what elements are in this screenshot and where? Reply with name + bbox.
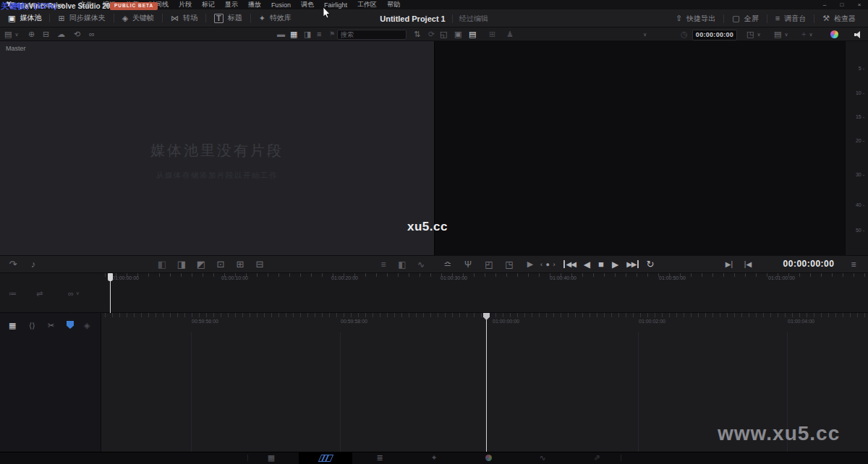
tab-media[interactable]: ▦ <box>257 452 286 464</box>
menu-color[interactable]: 调色 <box>296 0 319 9</box>
strip-view-button[interactable]: ▬ <box>277 27 285 41</box>
bin-view-dropdown[interactable]: ▤ ∨ <box>4 27 19 41</box>
camera-overlay-button[interactable]: ◰ <box>482 255 496 273</box>
menu-view[interactable]: 显示 <box>220 0 243 9</box>
panel-keyframe[interactable]: ◈ 关键帧 <box>114 9 162 27</box>
sort-button[interactable]: ⇅ <box>414 27 420 41</box>
grid-view-button[interactable]: ▦ <box>290 27 297 41</box>
viewer-options-chevron[interactable]: ∨ <box>643 27 647 41</box>
panel-titles[interactable]: T 标题 <box>206 9 250 27</box>
viewer-film-button[interactable]: ▤ <box>469 27 476 41</box>
resync-button[interactable]: ⟲ <box>74 27 80 41</box>
refresh-button[interactable]: ⟳ <box>428 27 435 41</box>
play-reverse-button[interactable]: ◀ <box>584 259 590 270</box>
skip-back-button[interactable]: ◀◀ <box>563 260 575 268</box>
insert-audio-button[interactable]: ♪ <box>26 255 41 273</box>
insert-video-icon: ↷ <box>9 259 17 270</box>
close-up-button[interactable]: ⊡ <box>213 255 228 273</box>
viewer-panel[interactable] <box>434 41 845 255</box>
meter-label: 20 <box>856 138 864 143</box>
menu-playback[interactable]: 播放 <box>243 0 266 9</box>
maximize-button[interactable]: □ <box>833 1 851 8</box>
person-reframe-button[interactable]: ♟ <box>506 27 514 41</box>
timeline-view-button[interactable]: ≡ <box>376 255 391 273</box>
color-settings-button[interactable] <box>830 27 838 41</box>
audio-monitor-button[interactable] <box>854 27 863 41</box>
tab-edit[interactable]: ≣ <box>365 452 394 464</box>
film-view-button[interactable]: ◨ <box>304 27 311 41</box>
search-input[interactable] <box>337 30 407 40</box>
microphone-icon: Ψ <box>464 259 472 270</box>
link-toggle-button[interactable]: ∞ ∨ <box>68 286 80 301</box>
relink-button[interactable]: ∞ <box>89 27 95 41</box>
monitor-overlay-button[interactable]: ◳ <box>502 255 516 273</box>
list-view-button[interactable]: ≡ <box>317 27 321 41</box>
tab-fusion[interactable]: ✦ <box>420 452 448 464</box>
tag-filter-button[interactable]: ⚑ <box>329 27 335 41</box>
source-overwrite-button[interactable]: ⊟ <box>252 255 267 273</box>
media-card-dropdown[interactable]: ▤ ∨ <box>774 27 788 41</box>
bin-name[interactable]: Master <box>6 45 26 52</box>
speaker-icon <box>854 31 863 38</box>
smart-insert-button[interactable]: ◧ <box>155 255 169 273</box>
place-on-top-button[interactable]: ⊞ <box>233 255 247 273</box>
next-edit-button[interactable]: ▶| <box>722 255 736 273</box>
audio-view-button[interactable]: ∿ <box>414 255 428 273</box>
bin-icon: ▤ <box>4 30 12 38</box>
inspector-button[interactable]: ⚒ 检查器 <box>814 9 864 27</box>
keyframe-tool-button[interactable]: ◈ <box>84 319 90 332</box>
live-preview-button[interactable]: ▶ <box>523 255 537 273</box>
monitor-dropdown[interactable]: ◳ ∨ <box>746 27 761 41</box>
mixer-button[interactable]: ≡ 调音台 <box>767 9 814 27</box>
minimize-button[interactable]: – <box>816 1 833 8</box>
ripple-overwrite-button[interactable]: ◩ <box>194 255 208 273</box>
append-clip-button[interactable]: ◨ <box>174 255 189 273</box>
timeline-tracks-button[interactable]: ≔ <box>9 286 17 301</box>
panel-effects[interactable]: ✦ 特效库 <box>251 9 299 27</box>
meter-label: 5 <box>859 66 864 71</box>
menu-clip[interactable]: 片段 <box>174 0 197 9</box>
ruler-label: 00:59:58:00 <box>341 319 367 324</box>
skip-forward-button[interactable]: ▶▶ <box>626 260 638 268</box>
trim-edit-button[interactable]: ⟨⟩ <box>29 319 35 332</box>
stop-button[interactable]: ■ <box>598 259 604 270</box>
insert-video-button[interactable]: ↷ <box>6 255 20 273</box>
multicam-button[interactable]: ⊞ <box>489 27 495 41</box>
menu-workspace[interactable]: 工作区 <box>352 0 382 9</box>
ruler-label: 00:59:56:00 <box>192 319 218 324</box>
menu-help[interactable]: 帮助 <box>382 0 405 9</box>
loop-button[interactable]: ↻ <box>647 259 655 270</box>
cloud-button[interactable]: ☁ <box>57 27 65 41</box>
keyframe-diamond-icon: ◈ <box>84 321 90 330</box>
upper-playhead-handle[interactable] <box>108 273 113 281</box>
jog-control[interactable]: ‹ ● › <box>540 261 556 268</box>
tools-button[interactable]: ≏ <box>441 255 455 273</box>
quick-export-button[interactable]: ⇧ 快捷导出 <box>668 9 723 27</box>
fullscreen-button[interactable]: ▢ 全屏 <box>724 9 766 27</box>
lower-playhead[interactable] <box>486 313 487 452</box>
close-up-icon: ⊡ <box>217 259 225 270</box>
film-view-icon: ◨ <box>304 30 311 38</box>
tab-deliver[interactable]: ⇗ <box>582 452 611 464</box>
razor-button[interactable]: ✂ <box>48 319 54 332</box>
panel-transitions[interactable]: ⋈ 转场 <box>163 9 205 27</box>
viewer-camera-button[interactable]: ▣ <box>454 27 461 41</box>
viewer-pip-button[interactable]: ◱ <box>440 27 447 41</box>
clip-filmstrip-button[interactable]: ▦ <box>9 319 16 332</box>
voiceover-button[interactable]: Ψ <box>461 255 475 273</box>
source-timecode[interactable]: 00:00:00:00 <box>692 30 737 40</box>
tab-fairlight[interactable]: ∿ <box>528 452 557 464</box>
import-media-button[interactable]: ⊕ <box>28 27 35 41</box>
tab-cut[interactable] <box>299 452 352 464</box>
tab-color[interactable] <box>474 452 503 464</box>
play-button[interactable]: ▶ <box>612 259 618 270</box>
import-folder-button[interactable]: ⊟ <box>43 27 49 41</box>
menu-fusion[interactable]: Fusion <box>266 1 296 9</box>
dual-view-button[interactable]: ◧ <box>395 255 409 273</box>
menu-mark[interactable]: 标记 <box>197 0 220 9</box>
prev-edit-button[interactable]: |◀ <box>741 255 755 273</box>
transform-dropdown[interactable]: + ∨ <box>801 27 813 41</box>
trim-mode-button[interactable]: ⇌ <box>36 286 43 301</box>
timeline-options-menu[interactable]: ≡ <box>846 255 861 273</box>
close-button[interactable]: × <box>851 1 868 8</box>
